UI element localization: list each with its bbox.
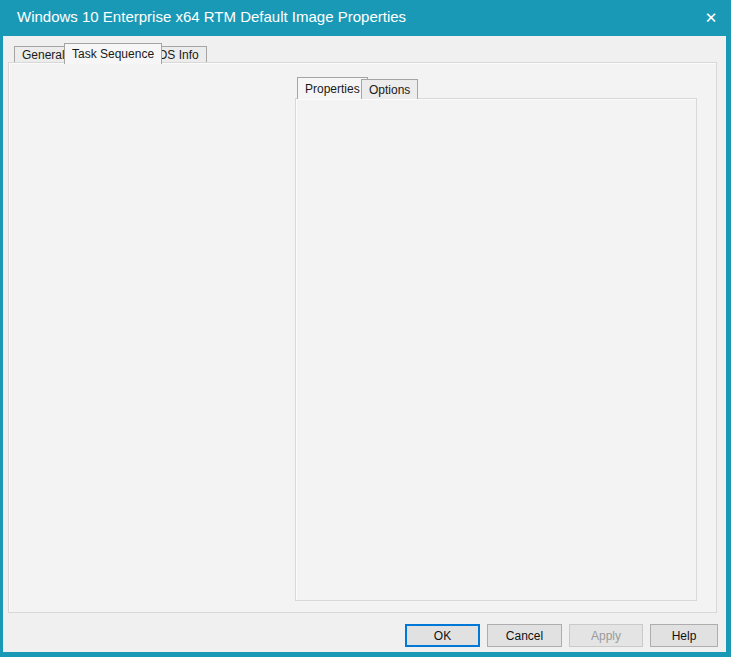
tab-properties[interactable]: Properties [297,77,368,99]
window-border-right [726,36,731,654]
tab-task-sequence[interactable]: Task Sequence [64,43,162,64]
cancel-button[interactable]: Cancel [487,624,562,647]
window-title: Windows 10 Enterprise x64 RTM Default Im… [17,8,406,25]
ok-button[interactable]: OK [405,624,480,647]
window-border-bottom [0,652,731,657]
help-button[interactable]: Help [650,624,718,647]
apply-button[interactable]: Apply [569,624,643,647]
tab-options[interactable]: Options [361,79,418,99]
close-icon[interactable]: ✕ [698,6,724,30]
properties-tab-page [295,98,697,601]
